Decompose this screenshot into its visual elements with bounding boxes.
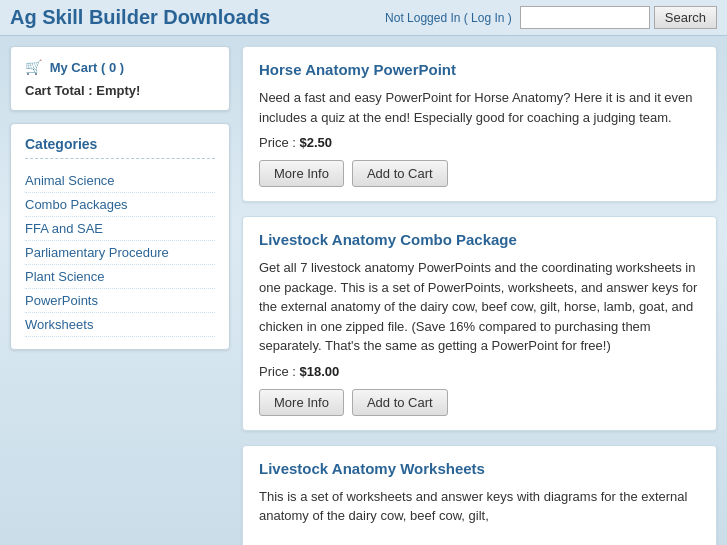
more-info-button[interactable]: More Info: [259, 389, 344, 416]
categories-list: Animal ScienceCombo PackagesFFA and SAEP…: [25, 169, 215, 337]
product-price: Price : $2.50: [259, 135, 700, 150]
category-item-combo-packages[interactable]: Combo Packages: [25, 193, 215, 217]
categories-box: Categories Animal ScienceCombo PackagesF…: [10, 123, 230, 350]
login-area[interactable]: Not Logged In ( Log In ): [385, 11, 512, 25]
product-title: Horse Anatomy PowerPoint: [259, 61, 700, 78]
product-description: Get all 7 livestock anatomy PowerPoints …: [259, 258, 700, 356]
cart-total-label: Cart Total :: [25, 83, 93, 98]
more-info-button[interactable]: More Info: [259, 160, 344, 187]
category-item-parliamentary-procedure[interactable]: Parliamentary Procedure: [25, 241, 215, 265]
product-card-livestock-anatomy-combo: Livestock Anatomy Combo PackageGet all 7…: [242, 216, 717, 431]
top-right: Not Logged In ( Log In ) Search: [385, 6, 717, 29]
product-title: Livestock Anatomy Combo Package: [259, 231, 700, 248]
category-item-plant-science[interactable]: Plant Science: [25, 265, 215, 289]
cart-total: Cart Total : Empty!: [25, 83, 215, 98]
cart-count-close: ): [116, 60, 124, 75]
categories-heading: Categories: [25, 136, 215, 159]
category-item-animal-science[interactable]: Animal Science: [25, 169, 215, 193]
sidebar: 🛒 My Cart ( 0 ) Cart Total : Empty! Cate…: [10, 46, 230, 350]
login-link[interactable]: Not Logged In ( Log In ): [385, 11, 512, 25]
cart-title: 🛒 My Cart ( 0 ): [25, 59, 215, 75]
category-item-powerpoints[interactable]: PowerPoints: [25, 289, 215, 313]
product-card-livestock-anatomy-worksheets: Livestock Anatomy WorksheetsThis is a se…: [242, 445, 717, 546]
category-item-ffa-and-sae[interactable]: FFA and SAE: [25, 217, 215, 241]
search-input[interactable]: [520, 6, 650, 29]
add-to-cart-button[interactable]: Add to Cart: [352, 389, 448, 416]
cart-icon: 🛒: [25, 59, 42, 75]
product-title: Livestock Anatomy Worksheets: [259, 460, 700, 477]
product-price: Price : $18.00: [259, 364, 700, 379]
cart-box: 🛒 My Cart ( 0 ) Cart Total : Empty!: [10, 46, 230, 111]
product-description: This is a set of worksheets and answer k…: [259, 487, 700, 526]
cart-total-value: Empty!: [96, 83, 140, 98]
search-form: Search: [520, 6, 717, 29]
product-card-horse-anatomy-powerpoint: Horse Anatomy PowerPointNeed a fast and …: [242, 46, 717, 202]
cart-count-paren: (: [101, 60, 109, 75]
category-item-worksheets[interactable]: Worksheets: [25, 313, 215, 337]
site-title: Ag Skill Builder Downloads: [10, 6, 270, 29]
cart-label: My Cart: [50, 60, 98, 75]
product-description: Need a fast and easy PowerPoint for Hors…: [259, 88, 700, 127]
content-area: Horse Anatomy PowerPointNeed a fast and …: [242, 46, 717, 545]
product-actions: More InfoAdd to Cart: [259, 389, 700, 416]
top-bar: Ag Skill Builder Downloads Not Logged In…: [0, 0, 727, 36]
search-button[interactable]: Search: [654, 6, 717, 29]
add-to-cart-button[interactable]: Add to Cart: [352, 160, 448, 187]
main-layout: 🛒 My Cart ( 0 ) Cart Total : Empty! Cate…: [0, 36, 727, 545]
product-actions: More InfoAdd to Cart: [259, 160, 700, 187]
